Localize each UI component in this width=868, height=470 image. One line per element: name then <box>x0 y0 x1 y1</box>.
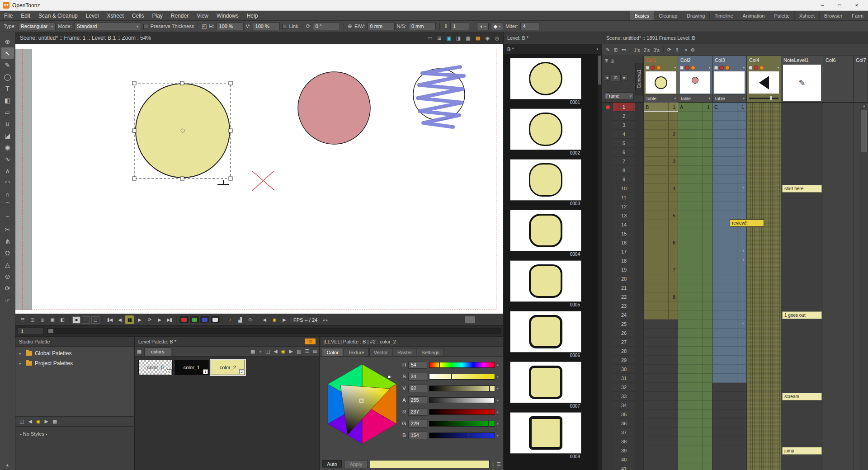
frame-marker-cell[interactable] <box>602 338 613 347</box>
frame-thumbnail[interactable] <box>510 260 581 302</box>
column-thumbnail[interactable] <box>749 71 779 94</box>
magnet-tool[interactable]: ∩ <box>1 188 14 200</box>
note-cell[interactable] <box>781 356 823 365</box>
fps-decrease-icon[interactable]: ◂ <box>322 318 325 322</box>
cell-col2-14[interactable] <box>678 220 712 229</box>
frame-marker-cell[interactable] <box>602 211 613 220</box>
empty-cell[interactable] <box>854 401 860 410</box>
frame-number-cell[interactable]: 11 <box>613 193 635 202</box>
cell-col3-17[interactable]: ▫ <box>712 247 747 256</box>
cell-col4-12[interactable] <box>747 202 781 211</box>
frame-marker-cell[interactable] <box>602 356 613 365</box>
empty-cell[interactable] <box>823 310 854 320</box>
empty-cell[interactable] <box>823 419 854 428</box>
slider-handle[interactable] <box>488 420 489 427</box>
name-editor-icon[interactable]: ▥ <box>297 348 301 354</box>
pink-circle-shape[interactable] <box>298 72 370 144</box>
cell-col3-10[interactable]: ▫ <box>712 184 747 193</box>
palette-page-tab-colors[interactable]: colors <box>144 348 171 356</box>
cell-col1-14[interactable] <box>644 220 678 229</box>
channel-value-field[interactable]: 54 <box>408 361 427 369</box>
cutter-tool[interactable]: ✂ <box>1 224 14 235</box>
frame-number-cell[interactable]: 10 <box>613 184 635 193</box>
auto-button[interactable]: Auto <box>322 460 342 468</box>
camera-cell[interactable] <box>635 329 644 338</box>
cell-col1-31[interactable] <box>644 374 678 383</box>
viewer-canvas[interactable] <box>15 44 503 314</box>
frame-number-cell[interactable]: 12 <box>613 202 635 211</box>
eraser-tool[interactable]: ▱ <box>1 106 14 118</box>
empty-cell[interactable] <box>823 202 854 211</box>
room-tab-browser[interactable]: Browser <box>819 11 847 20</box>
cell-col2-25[interactable] <box>678 320 712 329</box>
empty-cell[interactable] <box>854 320 860 329</box>
frame-thumbnail[interactable] <box>510 58 581 99</box>
camera-cell[interactable] <box>635 256 644 265</box>
hand-tool[interactable]: ☞ <box>1 294 14 306</box>
frame-marker-cell[interactable] <box>602 428 613 437</box>
camera-view-icon[interactable]: ▣ <box>446 35 450 41</box>
rename-cell-icon[interactable]: ▭ <box>621 47 626 53</box>
frame-number-cell[interactable]: 9 <box>613 175 635 184</box>
empty-cell[interactable] <box>823 446 854 455</box>
frame-thumbnail[interactable] <box>510 159 581 201</box>
cell-col2-39[interactable] <box>678 446 712 455</box>
menu-play[interactable]: Play <box>148 11 166 20</box>
camera-cell[interactable] <box>635 265 644 274</box>
frame-number-cell[interactable]: 7 <box>613 157 635 166</box>
room-tab-palette[interactable]: Palette <box>769 11 794 20</box>
note-cell[interactable] <box>781 437 823 446</box>
style-scroll-icon[interactable]: ↕ <box>492 461 495 467</box>
cell-col2-11[interactable] <box>678 193 712 202</box>
camera-cell[interactable] <box>635 401 644 410</box>
cell-col4-27[interactable] <box>747 338 781 347</box>
style-picker-tool[interactable]: ◪ <box>1 130 14 141</box>
lock-toggle[interactable] <box>749 66 752 70</box>
cell-col3-32[interactable] <box>712 383 747 392</box>
cell-col3-35[interactable] <box>712 410 747 419</box>
close-button[interactable]: × <box>848 0 865 10</box>
camera-table-icon[interactable]: ⊞ <box>604 58 608 63</box>
step-3-button[interactable]: 3's <box>653 47 660 53</box>
empty-cell[interactable] <box>823 238 854 247</box>
note-cell[interactable] <box>781 211 823 220</box>
keyframe-range-end-icon[interactable]: ○ <box>742 322 744 325</box>
cell-col4-29[interactable] <box>747 356 781 365</box>
cell-col2-13[interactable] <box>678 211 712 220</box>
note-cell[interactable] <box>781 464 823 470</box>
level-frame-0008[interactable]: 0008 <box>510 412 581 460</box>
empty-cell[interactable] <box>823 338 854 347</box>
safe-area-icon[interactable]: ▭ <box>428 35 432 41</box>
preview-icon[interactable]: ◉ <box>486 35 490 41</box>
cell-col2-21[interactable] <box>678 283 712 292</box>
keyframe-icon[interactable]: ▫ <box>743 249 744 253</box>
red-x-mark[interactable] <box>252 171 274 191</box>
cell-col2-32[interactable] <box>678 383 712 392</box>
tab-color[interactable]: Color <box>322 348 343 356</box>
note-cell[interactable] <box>781 301 823 310</box>
camera-column-tab[interactable]: Camera1 <box>635 63 643 95</box>
volume-slider[interactable] <box>747 94 781 102</box>
cell-col1-12[interactable] <box>644 202 678 211</box>
frame-number-cell[interactable]: 22 <box>613 292 635 301</box>
cell-col2-20[interactable] <box>678 274 712 283</box>
cell-col2-40[interactable] <box>678 455 712 464</box>
cell-col3-26[interactable] <box>712 329 747 338</box>
frame-thumbnail[interactable] <box>510 412 581 454</box>
cell-col1-39[interactable] <box>644 446 678 455</box>
play-button[interactable]: ▶ <box>135 315 144 324</box>
cell-col3-2[interactable] <box>712 112 747 121</box>
save-palette-icon[interactable]: ◫ <box>19 418 24 424</box>
empty-cell[interactable] <box>854 419 860 428</box>
skeleton-tool[interactable]: ⋔ <box>1 235 14 247</box>
step-1-button[interactable]: 1's <box>634 47 640 53</box>
cell-col4-5[interactable] <box>747 139 781 148</box>
cell-col1-29[interactable] <box>644 356 678 365</box>
frame-marker-cell[interactable] <box>602 193 613 202</box>
empty-cell[interactable] <box>823 329 854 338</box>
room-tab-basics[interactable]: Basics <box>630 11 654 20</box>
cell-col3-3[interactable] <box>712 121 747 130</box>
styles-grid-icon[interactable]: ▦ <box>250 348 255 354</box>
slider-expand-icon[interactable]: ▸ <box>497 422 501 426</box>
note-cell[interactable] <box>781 256 823 265</box>
